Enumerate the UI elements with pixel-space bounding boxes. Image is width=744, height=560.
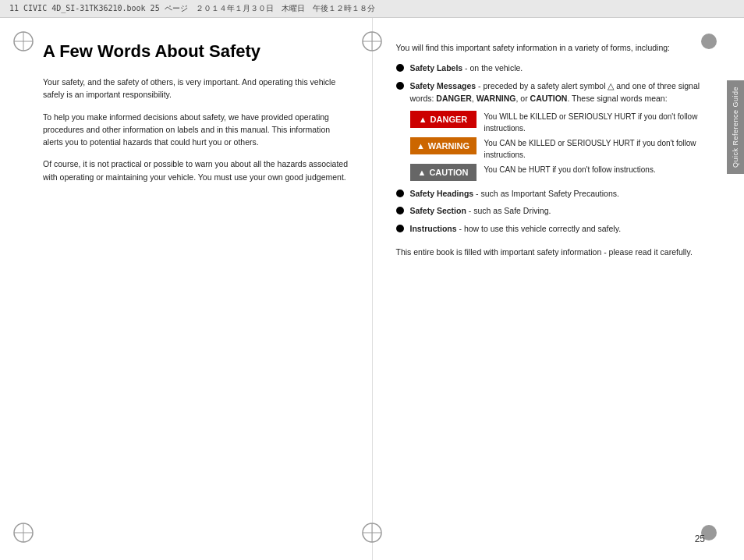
warning-section: ▲ DANGER You WILL be KILLED or SERIOUSLY…: [410, 111, 702, 181]
right-column: You will find this important safety info…: [373, 18, 745, 560]
warning-badge: ▲ WARNING: [410, 137, 477, 154]
danger-triangle-icon: ▲: [419, 115, 427, 124]
warning-label: WARNING: [428, 141, 469, 151]
bullet-text-safety-messages: Safety Messages - preceded by a safety a…: [410, 80, 702, 105]
safety-section-label: Safety Section: [410, 206, 466, 215]
side-tab: Quick Reference Guide: [727, 80, 744, 174]
bullet-text-safety-headings: Safety Headings - such as Important Safe…: [410, 187, 619, 200]
danger-box: ▲ DANGER You WILL be KILLED or SERIOUSLY…: [410, 111, 702, 134]
caution-label: CAUTION: [429, 168, 468, 177]
bullet-safety-headings: Safety Headings - such as Important Safe…: [396, 187, 702, 200]
safety-section-rest: - such as Safe Driving.: [466, 206, 551, 215]
safety-labels-label: Safety Labels: [410, 63, 463, 73]
safety-messages-label: Safety Messages: [410, 81, 477, 90]
bullet-safety-labels: Safety Labels - on the vehicle.: [396, 62, 702, 74]
danger-label: DANGER: [430, 115, 468, 124]
bullet-safety-section: Safety Section - such as Safe Driving.: [396, 204, 702, 217]
top-bar: 11 CIVIC 4D_SI-31TK36210.book 25 ページ ２０１…: [0, 0, 744, 18]
bullet-text-safety-section: Safety Section - such as Safe Driving.: [410, 204, 551, 217]
main-area: A Few Words About Safety Your safety, an…: [0, 18, 744, 560]
warning-text: You CAN be KILLED or SERIOUSLY HURT if y…: [484, 137, 702, 161]
warning-triangle-icon: ▲: [416, 141, 425, 151]
instructions-label: Instructions: [410, 224, 457, 233]
bullet-dot-3: [396, 190, 404, 197]
signal-danger: DANGER: [436, 94, 472, 103]
signal-warning: WARNING: [477, 94, 516, 103]
paragraph-1: Your safety, and the safety of others, i…: [43, 76, 349, 101]
caution-box: ▲ CAUTION You CAN be HURT if you don't f…: [410, 164, 702, 181]
safety-labels-rest: - on the vehicle.: [462, 63, 523, 73]
instructions-rest: - how to use this vehicle correctly and …: [457, 224, 621, 233]
bullet-dot-4: [396, 207, 404, 214]
caution-triangle-icon: ▲: [418, 168, 427, 177]
left-column: A Few Words About Safety Your safety, an…: [0, 18, 373, 560]
side-tab-label: Quick Reference Guide: [732, 87, 739, 168]
bullet-instructions: Instructions - how to use this vehicle c…: [396, 222, 702, 235]
bullet-text-instructions: Instructions - how to use this vehicle c…: [410, 222, 622, 235]
danger-badge: ▲ DANGER: [410, 111, 477, 128]
signal-caution: CAUTION: [530, 94, 568, 103]
caution-badge: ▲ CAUTION: [410, 164, 477, 181]
caution-text: You CAN be HURT if you don't follow inst…: [484, 164, 656, 175]
svg-point-3: [701, 34, 717, 49]
page-number: 25: [695, 533, 705, 544]
safety-headings-rest: - such as Important Safety Precautions.: [473, 189, 619, 198]
footer-text: This entire book is filled with importan…: [396, 246, 702, 258]
paragraph-3: Of course, it is not practical or possib…: [43, 158, 349, 183]
warning-box: ▲ WARNING You CAN be KILLED or SERIOUSLY…: [410, 137, 702, 161]
bullet-safety-messages: Safety Messages - preceded by a safety a…: [396, 80, 702, 105]
corner-tr: [697, 30, 721, 53]
bullet-dot-2: [396, 82, 404, 90]
safety-headings-label: Safety Headings: [410, 189, 474, 198]
corner-top-center: [360, 30, 384, 53]
corner-bottom-center: [360, 521, 384, 544]
page-title: A Few Words About Safety: [43, 41, 349, 62]
paragraph-2: To help you make informed decisions abou…: [43, 111, 349, 149]
bullet-text-safety-labels: Safety Labels - on the vehicle.: [410, 62, 523, 74]
corner-bl: [12, 521, 35, 544]
right-intro: You will find this important safety info…: [396, 41, 702, 54]
bullet-dot: [396, 64, 404, 72]
bullet-dot-5: [396, 225, 404, 232]
file-info: 11 CIVIC 4D_SI-31TK36210.book 25 ページ ２０１…: [9, 4, 375, 12]
danger-text: You WILL be KILLED or SERIOUSLY HURT if …: [484, 111, 702, 134]
page: 11 CIVIC 4D_SI-31TK36210.book 25 ページ ２０１…: [0, 0, 744, 560]
